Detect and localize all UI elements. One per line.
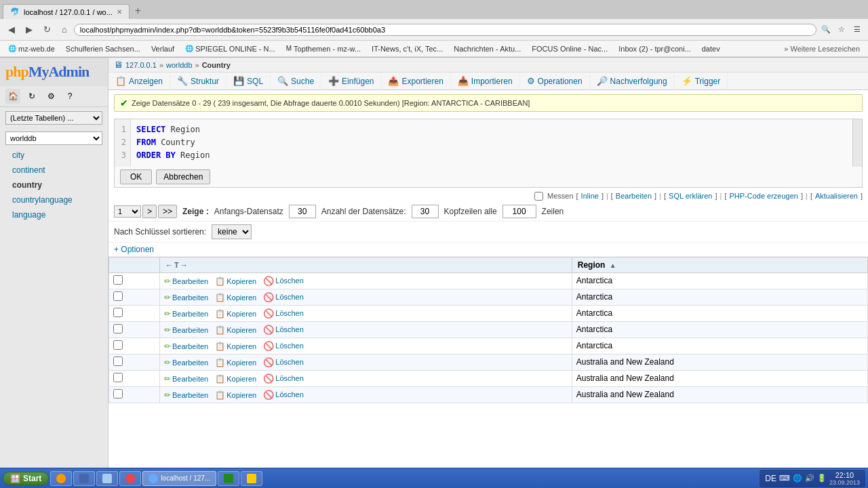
bookmark-inbox[interactable]: Inbox (2) - tpr@coni...: [614, 44, 695, 54]
tab-close-button[interactable]: ✕: [117, 8, 122, 16]
bookmark-schulferien[interactable]: Schulferien Sachsen...: [62, 44, 144, 54]
back-button[interactable]: ◀: [4, 22, 19, 37]
bookmark-mzweb[interactable]: 🌐 mz-web.de: [4, 44, 59, 54]
sql-erklaeren-link[interactable]: SQL erklären: [669, 192, 712, 200]
bookmark-datev[interactable]: datev: [698, 44, 724, 54]
copy-link-1[interactable]: 📋 Kopieren: [215, 293, 256, 302]
search-icon[interactable]: 🔍: [819, 23, 833, 37]
last-page-button[interactable]: >>: [158, 205, 177, 218]
bookmark-verlauf[interactable]: Verlauf: [147, 44, 178, 54]
copy-link-4[interactable]: 📋 Kopieren: [215, 342, 256, 351]
forward-button[interactable]: ▶: [22, 22, 37, 37]
home-sidebar-icon[interactable]: 🏠: [5, 89, 20, 104]
php-code-link[interactable]: PHP-Code erzeugen: [729, 192, 798, 200]
new-tab-button[interactable]: +: [130, 3, 146, 18]
keyboard-icon[interactable]: ⌨: [779, 474, 790, 483]
delete-link-4[interactable]: 🚫 Löschen: [263, 341, 304, 351]
th-region[interactable]: Region ▲: [572, 257, 867, 272]
inline-link[interactable]: Inline: [581, 192, 599, 200]
language-icon[interactable]: DE: [765, 474, 776, 483]
sql-editor-content[interactable]: SELECT Region FROM Country ORDER BY Regi…: [131, 119, 852, 167]
tab-sql[interactable]: 💾 SQL: [226, 73, 271, 89]
active-tab[interactable]: 🐬 localhost / 127.0.0.1 / wo... ✕: [3, 4, 130, 19]
delete-link-0[interactable]: 🚫 Löschen: [263, 276, 304, 286]
results-table-wrapper[interactable]: ← T → Region ▲: [108, 257, 868, 488]
bearbeiten-link[interactable]: Bearbeiten: [616, 192, 652, 200]
more-bookmarks-button[interactable]: » Weitere Lesezeichen: [780, 44, 864, 54]
cancel-button[interactable]: Abbrechen: [156, 169, 210, 184]
kopf-input[interactable]: [502, 205, 536, 218]
volume-icon[interactable]: 🔊: [805, 474, 814, 483]
anfangs-input[interactable]: [289, 205, 316, 218]
sidebar-item-continent[interactable]: continent: [0, 163, 108, 178]
tab-trigger[interactable]: ⚡ Trigger: [675, 73, 728, 89]
anzahl-input[interactable]: [412, 205, 439, 218]
address-bar[interactable]: [74, 24, 816, 36]
delete-link-1[interactable]: 🚫 Löschen: [263, 292, 304, 302]
options-row[interactable]: + Optionen: [108, 243, 868, 257]
sidebar-item-countrylanguage[interactable]: countrylanguage: [0, 192, 108, 207]
refresh-sidebar-icon[interactable]: ↻: [24, 89, 39, 104]
edit-link-6[interactable]: ✏ Bearbeiten: [164, 374, 208, 384]
taskbar-files-btn[interactable]: [96, 471, 118, 486]
edit-link-7[interactable]: ✏ Bearbeiten: [164, 390, 208, 400]
home-button[interactable]: ⌂: [58, 22, 71, 37]
delete-link-3[interactable]: 🚫 Löschen: [263, 325, 304, 335]
help-sidebar-icon[interactable]: ?: [62, 89, 77, 104]
tab-struktur[interactable]: 🔧 Struktur: [170, 73, 226, 89]
row-checkbox-3[interactable]: [113, 324, 123, 333]
start-button[interactable]: 🪟 Start: [3, 472, 49, 485]
tray-clock[interactable]: 22:10 23.09.2013: [829, 471, 860, 486]
server-select[interactable]: (Letzte Tabellen) ...: [5, 111, 102, 125]
breadcrumb-db[interactable]: worlddb: [166, 61, 193, 69]
copy-link-7[interactable]: 📋 Kopieren: [215, 390, 256, 400]
taskbar-browser-btn[interactable]: localhost / 127...: [142, 471, 216, 486]
sidebar-item-language[interactable]: language: [0, 207, 108, 222]
tab-importieren[interactable]: 📥 Importieren: [451, 73, 520, 89]
delete-link-2[interactable]: 🚫 Löschen: [263, 308, 304, 319]
copy-link-0[interactable]: 📋 Kopieren: [215, 277, 256, 286]
bookmark-itnews[interactable]: IT-News, c't, iX, Tec...: [368, 44, 447, 54]
battery-icon[interactable]: 🔋: [817, 474, 827, 483]
copy-link-6[interactable]: 📋 Kopieren: [215, 374, 256, 384]
bookmark-focus[interactable]: FOCUS Online - Nac...: [528, 44, 612, 54]
sidebar-item-country[interactable]: country: [0, 178, 108, 192]
row-checkbox-6[interactable]: [113, 373, 123, 382]
delete-link-6[interactable]: 🚫 Löschen: [263, 373, 304, 384]
row-checkbox-4[interactable]: [113, 340, 123, 350]
tab-nachverfolgung[interactable]: 🔎 Nachverfolgung: [590, 73, 675, 89]
taskbar-explorer-btn[interactable]: [50, 471, 72, 486]
edit-link-0[interactable]: ✏ Bearbeiten: [164, 277, 208, 286]
aktualisieren-link[interactable]: Aktualisieren: [815, 192, 858, 200]
col-arrow-left[interactable]: ←: [165, 261, 173, 269]
messen-checkbox[interactable]: [534, 192, 543, 201]
taskbar-settings-btn[interactable]: [119, 471, 141, 486]
ok-button[interactable]: OK: [120, 169, 152, 184]
page-number-select[interactable]: 1: [114, 205, 141, 218]
delete-link-7[interactable]: 🚫 Löschen: [263, 390, 304, 400]
breadcrumb-server[interactable]: 127.0.0.1: [125, 61, 157, 69]
bookmark-topthemen[interactable]: M Topthemen - mz-w...: [282, 44, 365, 54]
copy-link-2[interactable]: 📋 Kopieren: [215, 309, 256, 319]
sidebar-item-city[interactable]: city: [0, 148, 108, 163]
row-checkbox-7[interactable]: [113, 389, 123, 399]
taskbar-dolphin-btn[interactable]: [73, 471, 95, 486]
settings-sidebar-icon[interactable]: ⚙: [43, 89, 58, 104]
bookmark-spiegel[interactable]: 🌐 SPIEGEL ONLINE - N...: [181, 44, 279, 54]
tab-anzeigen[interactable]: 📋 Anzeigen: [108, 73, 170, 89]
menu-icon[interactable]: ☰: [850, 23, 864, 37]
copy-link-3[interactable]: 📋 Kopieren: [215, 325, 256, 335]
col-arrow-right[interactable]: →: [180, 261, 188, 269]
tab-suche[interactable]: 🔍 Suche: [271, 73, 321, 89]
row-checkbox-5[interactable]: [113, 357, 123, 366]
delete-link-5[interactable]: 🚫 Löschen: [263, 357, 304, 367]
row-checkbox-0[interactable]: [113, 275, 123, 285]
taskbar-extra-btn[interactable]: [241, 471, 262, 486]
network-icon[interactable]: 🌐: [793, 474, 802, 483]
taskbar-term-btn[interactable]: [218, 471, 239, 486]
reload-button[interactable]: ↻: [39, 22, 55, 37]
row-checkbox-1[interactable]: [113, 291, 123, 301]
edit-link-5[interactable]: ✏ Bearbeiten: [164, 358, 208, 367]
tab-exportieren[interactable]: 📤 Exportieren: [381, 73, 450, 89]
edit-link-1[interactable]: ✏ Bearbeiten: [164, 293, 208, 302]
